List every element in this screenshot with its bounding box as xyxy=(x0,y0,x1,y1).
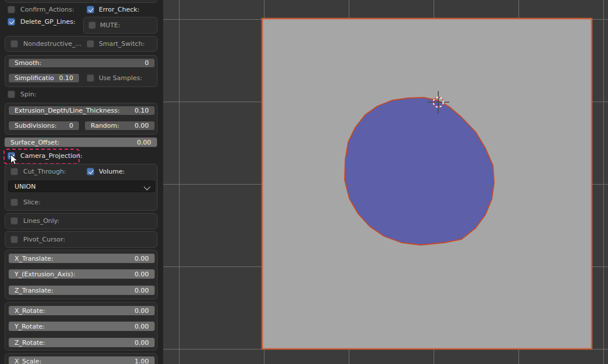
subdivisions-slider[interactable]: Subdivisions: 0 xyxy=(8,121,80,131)
smooth-label: Smooth: xyxy=(15,59,41,67)
y-rotate-value: 0.00 xyxy=(135,323,149,330)
z-translate-value: 0.00 xyxy=(135,287,149,294)
viewport-scene xyxy=(163,0,608,364)
x-rotate-slider[interactable]: X_Rotate: 0.00 xyxy=(8,305,155,316)
subdivisions-value: 0 xyxy=(69,122,73,129)
random-value: 0.00 xyxy=(135,122,149,129)
pivot-cursor-checkbox[interactable] xyxy=(10,236,18,243)
random-slider[interactable]: Random: 0.00 xyxy=(84,121,155,131)
extrusion-depth-value: 0.10 xyxy=(135,107,149,114)
camera-projection-label: Camera_Projection: xyxy=(20,152,83,160)
panel-top-partial xyxy=(5,0,158,3)
nondestructive-label: Nondestructive_... xyxy=(23,40,81,48)
x-scale-value: 1.00 xyxy=(135,358,149,364)
x-scale-slider[interactable]: X_Scale: 1.00 xyxy=(8,356,155,364)
smart-switch-label: Smart_Switch: xyxy=(99,40,145,48)
y-rotate-label: Y_Rotate: xyxy=(15,323,45,330)
nondestructive-checkbox[interactable] xyxy=(10,40,18,48)
x-rotate-value: 0.00 xyxy=(135,307,149,315)
confirm-actions-label: Confirm_Actions: xyxy=(20,6,74,13)
simplification-label: Simplificatio xyxy=(15,74,54,82)
delete-gp-lines-label: Delete_GP_Lines: xyxy=(20,18,76,26)
cut-through-checkbox[interactable] xyxy=(10,168,18,175)
simplification-value: 0.10 xyxy=(59,74,74,82)
pivot-cursor-label: Pivot_Cursor: xyxy=(23,236,65,243)
random-label: Random: xyxy=(91,122,119,129)
cut-through-label: Cut_Through: xyxy=(23,168,66,175)
boolean-mode-dropdown[interactable]: UNION xyxy=(8,181,155,192)
x-translate-slider[interactable]: X_Translate: 0.00 xyxy=(8,253,155,264)
slice-checkbox[interactable] xyxy=(10,199,18,206)
lines-only-checkbox[interactable] xyxy=(10,217,18,225)
surface-offset-value: 0.00 xyxy=(137,139,152,146)
blender-window: Confirm_Actions: Error_Check: Delete_GP_… xyxy=(0,0,608,364)
panel-column-divider xyxy=(94,0,95,3)
smart-switch-checkbox[interactable] xyxy=(87,40,94,48)
tool-options-sidebar: Confirm_Actions: Error_Check: Delete_GP_… xyxy=(0,0,163,364)
spin-checkbox[interactable] xyxy=(8,91,15,98)
error-check-label: Error_Check: xyxy=(99,6,140,13)
viewport-3d[interactable] xyxy=(163,0,608,364)
confirm-actions-checkbox[interactable] xyxy=(8,6,15,13)
mute-label: MUTE: xyxy=(100,21,120,29)
x-translate-label: X_Translate: xyxy=(15,255,53,262)
smooth-slider[interactable]: Smooth: 0 xyxy=(8,58,155,68)
mute-checkbox[interactable] xyxy=(88,21,96,29)
smooth-value: 0 xyxy=(145,59,149,67)
surface-offset-label: Surface_Offset: xyxy=(10,139,59,146)
spin-label: Spin: xyxy=(20,91,37,98)
z-translate-label: Z_Translate: xyxy=(15,287,53,294)
use-samples-label: Use Samples: xyxy=(99,74,142,82)
lines-only-label: Lines_Only: xyxy=(23,217,59,225)
x-translate-value: 0.00 xyxy=(135,255,149,262)
error-check-checkbox[interactable] xyxy=(87,6,94,13)
x-rotate-label: X_Rotate: xyxy=(15,307,45,315)
surface-offset-slider[interactable]: Surface_Offset: 0.00 xyxy=(4,137,158,147)
z-translate-slider[interactable]: Z_Translate: 0.00 xyxy=(8,285,155,295)
volume-label: Volume: xyxy=(99,168,125,175)
chevron-down-icon xyxy=(144,183,150,190)
x-scale-label: X_Scale: xyxy=(15,358,41,364)
z-rotate-slider[interactable]: Z_Rotate: 0.00 xyxy=(8,337,155,348)
y-extrusion-axis-label: Y_(Extrusion_Axis): xyxy=(15,271,76,278)
z-rotate-value: 0.00 xyxy=(135,339,149,347)
y-extrusion-axis-value: 0.00 xyxy=(135,271,149,278)
boolean-mode-value: UNION xyxy=(15,183,35,190)
use-samples-checkbox[interactable] xyxy=(87,74,94,82)
y-extrusion-axis-slider[interactable]: Y_(Extrusion_Axis): 0.00 xyxy=(8,269,155,279)
subdivisions-label: Subdivisions: xyxy=(15,122,56,129)
extrusion-depth-slider[interactable]: Extrusion_Depth/Line_Thickness: 0.10 xyxy=(8,106,155,116)
y-rotate-slider[interactable]: Y_Rotate: 0.00 xyxy=(8,321,155,331)
extrusion-depth-label: Extrusion_Depth/Line_Thickness: xyxy=(15,107,120,114)
volume-checkbox[interactable] xyxy=(87,168,94,175)
simplification-slider[interactable]: Simplificatio 0.10 xyxy=(8,73,80,83)
z-rotate-label: Z_Rotate: xyxy=(15,339,45,347)
delete-gp-lines-checkbox[interactable] xyxy=(8,18,15,26)
slice-label: Slice: xyxy=(23,199,41,206)
